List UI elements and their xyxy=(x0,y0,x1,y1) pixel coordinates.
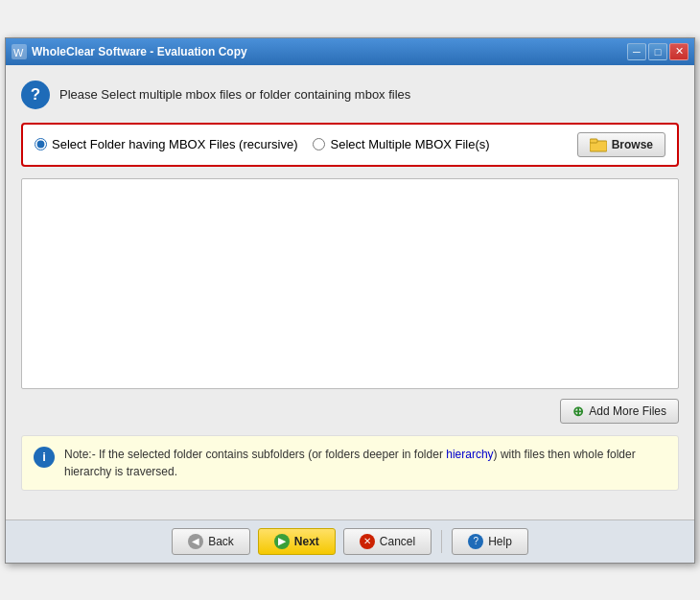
option-files-label: Select Multiple MBOX File(s) xyxy=(330,137,489,151)
window-content: ? Please Select multiple mbox files or f… xyxy=(6,65,694,519)
browse-button[interactable]: Browse xyxy=(577,132,665,157)
help-button[interactable]: ? Help xyxy=(452,528,528,555)
title-bar: W WholeClear Software - Evaluation Copy … xyxy=(6,38,694,65)
selection-box: Select Folder having MBOX Files (recursi… xyxy=(21,123,679,167)
note-box: i Note:- If the selected folder contains… xyxy=(21,435,679,491)
option-folder-label: Select Folder having MBOX Files (recursi… xyxy=(52,137,297,151)
next-icon: ▶ xyxy=(274,534,290,549)
add-icon: ⊕ xyxy=(572,404,584,419)
folder-icon xyxy=(590,137,607,152)
add-more-button[interactable]: ⊕ Add More Files xyxy=(560,399,679,424)
files-radio-input[interactable] xyxy=(313,138,325,150)
title-bar-left: W WholeClear Software - Evaluation Copy xyxy=(12,44,247,59)
back-icon: ◀ xyxy=(188,534,203,549)
svg-rect-3 xyxy=(590,139,597,143)
add-more-row: ⊕ Add More Files xyxy=(21,399,679,424)
cancel-button[interactable]: ✕ Cancel xyxy=(343,528,432,555)
svg-text:W: W xyxy=(13,47,24,58)
header-text: Please Select multiple mbox files or fol… xyxy=(59,87,410,102)
folder-radio-input[interactable] xyxy=(35,138,47,150)
info-icon: i xyxy=(34,447,55,468)
cancel-label: Cancel xyxy=(380,535,415,548)
main-window: W WholeClear Software - Evaluation Copy … xyxy=(5,37,695,564)
back-button[interactable]: ◀ Back xyxy=(172,528,250,555)
add-more-label: Add More Files xyxy=(589,404,666,418)
window-controls: ─ □ ✕ xyxy=(627,43,688,60)
help-label: Help xyxy=(488,535,512,548)
help-icon: ? xyxy=(468,534,483,549)
header-row: ? Please Select multiple mbox files or f… xyxy=(21,81,679,109)
next-button[interactable]: ▶ Next xyxy=(258,528,336,555)
close-button[interactable]: ✕ xyxy=(669,43,688,60)
file-list-area xyxy=(21,178,679,389)
note-text: Note:- If the selected folder contains s… xyxy=(64,446,666,480)
browse-label: Browse xyxy=(612,138,653,151)
next-label: Next xyxy=(294,535,319,548)
window-title: WholeClear Software - Evaluation Copy xyxy=(32,45,247,58)
option-folder-radio[interactable]: Select Folder having MBOX Files (recursi… xyxy=(35,137,297,151)
minimize-button[interactable]: ─ xyxy=(627,43,646,60)
app-icon: W xyxy=(12,44,27,59)
cancel-icon: ✕ xyxy=(360,534,375,549)
back-label: Back xyxy=(208,535,234,548)
footer-separator xyxy=(441,530,442,553)
option-files-radio[interactable]: Select Multiple MBOX File(s) xyxy=(313,137,489,151)
maximize-button[interactable]: □ xyxy=(648,43,667,60)
question-icon: ? xyxy=(21,81,50,109)
footer: ◀ Back ▶ Next ✕ Cancel ? Help xyxy=(6,519,694,563)
note-highlight: hierarchy xyxy=(446,448,493,461)
